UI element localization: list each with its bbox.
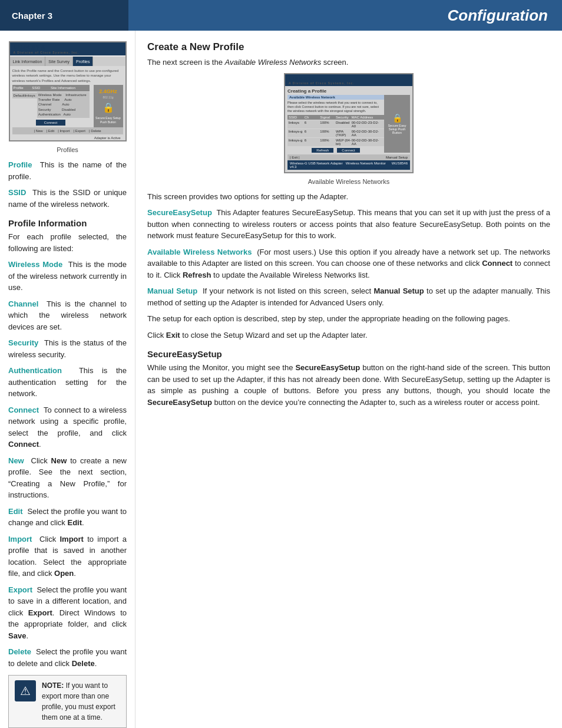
aws-body: Creating a Profile Available Wireless Ne… — [285, 86, 412, 172]
wireless-mode-term: Wireless Mode — [8, 260, 62, 269]
main-content: LINKSYSA Division of Cisco Systems, Inc.… — [0, 31, 562, 728]
aws-manual-btn[interactable]: Manual Setup — [386, 156, 408, 159]
screenshot-table-left: Default linksys — [12, 92, 37, 118]
aws-ch-2: 6 — [305, 130, 320, 137]
aws-sec-2: WPA (TKIP) — [336, 130, 352, 137]
right-column: Create a New Profile The next screen is … — [135, 31, 562, 728]
col-site-info: Site Information — [51, 85, 88, 90]
profile-info-heading: Profile Information — [8, 218, 127, 228]
security-paragraph: Security This is the status of the wirel… — [8, 337, 127, 360]
create-profile-desc: The next screen is the Available Wireles… — [147, 57, 550, 68]
col-profile: Profile — [14, 85, 32, 90]
aws-wusb-bar: Wireless-G USB Network Adapter Wireless … — [287, 160, 410, 170]
create-profile-heading: Create a New Profile — [147, 41, 550, 53]
profile-term: Profile — [8, 160, 32, 169]
ses-body-desc3: button on the device you’re connecting t… — [214, 398, 540, 407]
row-profile: Default — [14, 93, 25, 98]
header: Chapter 3 Configuration — [0, 0, 562, 31]
security-term: Security — [8, 338, 38, 347]
authentication-term: Authentication — [8, 366, 62, 375]
note-box: ⚠ NOTE: If you want to export more than … — [8, 675, 127, 728]
manual-term: Manual Setup — [147, 286, 197, 295]
col-ssid: SSID — [32, 85, 51, 90]
aws-sec-3: WEP (64-bit) — [336, 139, 352, 146]
row-ssid: linksys — [25, 93, 36, 98]
screenshot-bottom-bar: | New | Edit | Import | Export | Delete — [12, 127, 123, 134]
screenshot-content-row: Profile SSID Site Information Default li… — [12, 85, 123, 127]
aws-wusb-model: WUS8546 — [392, 162, 408, 169]
screenshot-connect-btn[interactable]: Connect — [36, 120, 65, 126]
aws-screenshot: LINKSYSA Division of Cisco Systems, Inc.… — [284, 73, 414, 173]
ghz-sub: 802.11g — [103, 95, 113, 100]
aws-content-row: Available Wireless Network Please select… — [287, 95, 410, 153]
awn-paragraph: Available Wireless Networks (For most us… — [147, 246, 550, 281]
lock-icon: 🔒 — [103, 101, 114, 114]
export-bold: Export — [28, 608, 52, 617]
manual-bold: Manual Setup — [374, 286, 424, 295]
ses-body-bold: SecureEasySetup — [295, 363, 360, 372]
aws-ch-3: 6 — [305, 139, 320, 146]
aws-col-security: Security — [336, 116, 352, 119]
new-bold: New — [51, 456, 67, 465]
action-import[interactable]: | Import — [58, 129, 70, 133]
profiles-screenshot: LINKSYSA Division of Cisco Systems, Inc.… — [9, 41, 127, 141]
info-channel: Channel Auto — [38, 102, 88, 107]
ssid-term: SSID — [8, 188, 26, 197]
chapter-label: Chapter 3 — [0, 0, 130, 31]
action-delete[interactable]: | Delete — [89, 129, 101, 133]
screenshot-info: Wireless Mode Infrastructure Transfer Ra… — [37, 92, 90, 118]
aws-connect-btn[interactable]: Connect — [337, 148, 359, 153]
aws-mac-1: 00-02-DD-23-D2-A0 — [352, 121, 383, 128]
connect-paragraph: Connect To connect to a wireless network… — [8, 404, 127, 450]
screenshot-header: LINKSYSA Division of Cisco Systems, Inc. — [10, 42, 125, 55]
export-paragraph: Export Select the profile you want to sa… — [8, 584, 127, 642]
screenshot-tabs: Link Information Site Survey Profiles — [10, 57, 125, 66]
export-term: Export — [8, 585, 32, 594]
import-paragraph: Import Click Import to import a profile … — [8, 533, 127, 579]
manual-paragraph: Manual Setup If your network is not list… — [147, 285, 550, 308]
title-text: Configuration — [448, 6, 548, 25]
import-desc: Click — [39, 535, 56, 543]
awn-term: Available Wireless Networks — [147, 248, 252, 256]
screenshot-desc: Click the Profile name and the Connect b… — [12, 68, 123, 83]
aws-signal-3: 100% — [320, 139, 336, 146]
action-edit[interactable]: | Edit — [47, 129, 55, 133]
aws-exit-btn[interactable]: | Exit | — [290, 156, 299, 159]
exit-paragraph: Click Exit to close the Setup Wizard and… — [147, 330, 550, 341]
authentication-paragraph: Authentication This is the authenticatio… — [8, 365, 127, 400]
aws-row-3: linksys-g 6 100% WEP (64-bit) 00-02-DD-3… — [287, 138, 384, 146]
note-text: NOTE: If you want to export more than on… — [42, 680, 120, 723]
aws-signal-2: 100% — [320, 130, 336, 137]
aws-caption: Available Wireless Networks — [147, 178, 550, 185]
action-export[interactable]: | Export — [73, 129, 85, 133]
aws-title: Creating a Profile — [287, 88, 410, 94]
screenshot-right-panel: 2.4GHz 802.11g 🔒 Secure Easy Setup Push … — [94, 85, 123, 127]
note-icon: ⚠ — [15, 680, 36, 701]
new-paragraph: New Click New to create a new profile. S… — [8, 455, 127, 501]
profiles-caption: Profiles — [8, 146, 127, 153]
edit-term: Edit — [8, 507, 23, 516]
action-new[interactable]: | New — [34, 129, 42, 133]
awn-desc3: to update the Available Wireless Network… — [213, 271, 370, 279]
chapter-text: Chapter 3 — [12, 11, 52, 21]
aws-lock-icon: 🔒 — [392, 113, 402, 123]
aws-table-header: SSID Ch Signal Security MAC Address — [287, 115, 384, 120]
aws-footer: | Exit | Manual Setup — [287, 154, 410, 160]
delete-term: Delete — [8, 647, 31, 656]
tab-link-info: Link Information — [10, 57, 46, 66]
channel-term: Channel — [8, 299, 38, 308]
aws-header: LINKSYSA Division of Cisco Systems, Inc. — [285, 74, 412, 86]
exit-desc2: to close the Setup Wizard and set up the… — [182, 331, 367, 340]
aws-sec-1: Disabled — [336, 121, 352, 128]
import-term: Import — [8, 535, 32, 543]
aws-refresh-btn[interactable]: Refresh — [312, 148, 333, 153]
aws-wusb-label: Wireless-G USB Network Adapter Wireless … — [290, 162, 392, 169]
aws-secure-label: Secure Easy Setup Push Button — [385, 124, 409, 134]
ses-section-heading: SecureEasySetup — [147, 349, 550, 359]
create-italic: Available Wireless Networks — [225, 58, 322, 67]
aws-right-panel: 🔒 Secure Easy Setup Push Button — [384, 95, 410, 153]
ses-body-bold2: SecureEasySetup — [147, 398, 212, 407]
ssid-paragraph: SSID This is the SSID or unique name of … — [8, 187, 127, 210]
aws-ssid-2: linksys-g — [289, 130, 305, 137]
aws-main: Available Wireless Network Please select… — [287, 95, 384, 153]
